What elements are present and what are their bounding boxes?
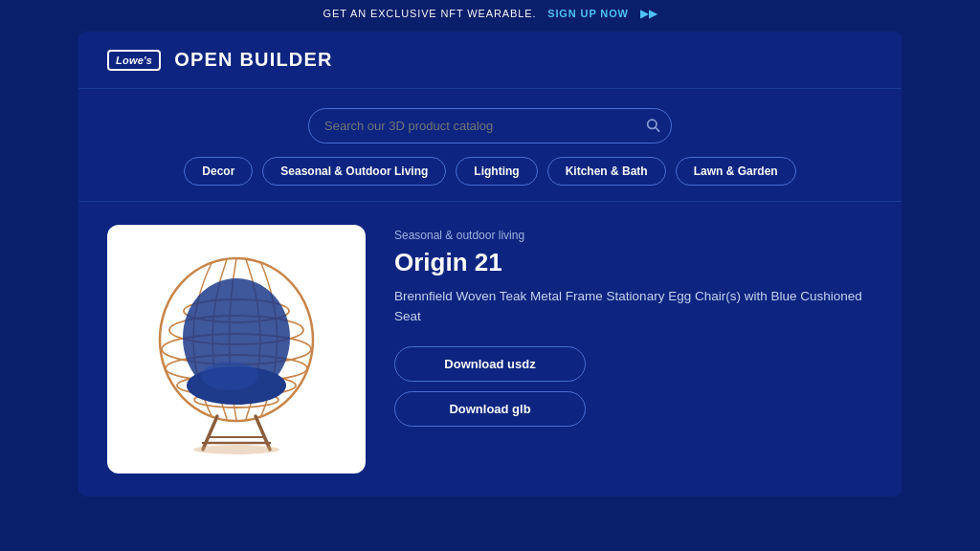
product-category: Seasonal & outdoor living xyxy=(394,229,873,242)
product-info: Seasonal & outdoor living Origin 21 Bren… xyxy=(394,225,873,436)
svg-line-13 xyxy=(256,416,270,450)
search-input[interactable] xyxy=(308,108,672,143)
svg-line-1 xyxy=(656,127,659,131)
category-seasonal[interactable]: Seasonal & Outdoor Living xyxy=(262,157,446,186)
header: Lowe's OPEN BUILDER xyxy=(78,32,902,89)
svg-line-12 xyxy=(203,416,217,450)
category-lighting[interactable]: Lighting xyxy=(456,157,537,186)
main-container: Lowe's OPEN BUILDER Decor Seasonal & Out… xyxy=(78,32,902,496)
category-kitchen[interactable]: Kitchen & Bath xyxy=(547,157,666,186)
svg-point-14 xyxy=(193,445,279,454)
logo: Lowe's xyxy=(107,50,161,71)
category-lawn[interactable]: Lawn & Garden xyxy=(676,157,796,186)
search-button[interactable] xyxy=(645,117,660,135)
download-usdz-button[interactable]: Download usdz xyxy=(394,346,586,382)
search-section: Decor Seasonal & Outdoor Living Lighting… xyxy=(78,89,902,202)
banner-cta[interactable]: SIGN UP NOW xyxy=(547,8,629,19)
product-name: Origin 21 xyxy=(394,248,873,277)
banner-arrow: ▶▶ xyxy=(640,8,657,19)
top-banner: GET AN EXCLUSIVE NFT WEARABLE. SIGN UP N… xyxy=(0,0,980,28)
category-decor[interactable]: Decor xyxy=(184,157,253,186)
svg-point-11 xyxy=(201,362,258,390)
product-description: Brennfield Woven Teak Metal Frame Statio… xyxy=(394,287,873,327)
app-title: OPEN BUILDER xyxy=(174,49,333,71)
download-glb-button[interactable]: Download glb xyxy=(394,391,586,427)
category-pills: Decor Seasonal & Outdoor Living Lighting… xyxy=(184,157,795,186)
product-image-card xyxy=(107,225,366,474)
banner-text: GET AN EXCLUSIVE NFT WEARABLE. xyxy=(323,8,537,19)
product-section: Seasonal & outdoor living Origin 21 Bren… xyxy=(78,202,902,496)
search-bar-container xyxy=(308,108,672,143)
